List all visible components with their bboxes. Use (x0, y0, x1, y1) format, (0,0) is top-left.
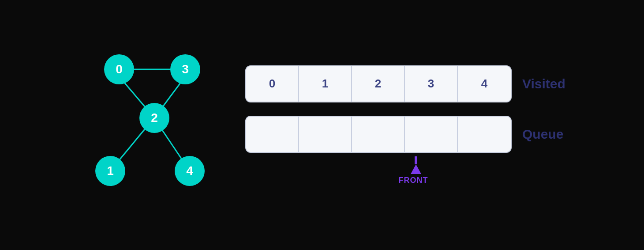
arrow-stem (415, 156, 417, 164)
queue-array (245, 116, 512, 153)
queue-cell-1 (299, 117, 352, 152)
visited-cell-1: 1 (299, 66, 352, 102)
queue-label: Queue (522, 127, 566, 142)
visited-cell-3: 3 (405, 66, 458, 102)
visited-array: 0 1 2 3 4 (245, 65, 512, 102)
front-indicator: FRONT (266, 156, 566, 185)
graph-area: 0 3 2 1 4 (78, 45, 219, 205)
node-1: 1 (95, 156, 125, 186)
node-4: 4 (175, 156, 205, 186)
right-panel: 0 1 2 3 4 Visited Queue (245, 65, 566, 185)
queue-cell-2 (352, 117, 405, 152)
queue-cell-4 (458, 117, 511, 152)
node-3: 3 (170, 54, 200, 84)
visited-row: 0 1 2 3 4 Visited (245, 65, 566, 102)
visited-cell-2: 2 (352, 66, 405, 102)
front-label: FRONT (399, 176, 428, 185)
visited-label: Visited (522, 76, 566, 91)
node-2: 2 (139, 103, 169, 133)
visited-cell-0: 0 (246, 66, 299, 102)
main-container: 0 3 2 1 4 0 1 2 3 4 Visited (78, 45, 566, 205)
queue-cell-3 (405, 117, 458, 152)
arrow-up-icon (411, 164, 421, 174)
visited-cell-4: 4 (458, 66, 511, 102)
node-0: 0 (104, 54, 134, 84)
queue-section: Queue FRONT (245, 116, 566, 185)
queue-row: Queue (245, 116, 566, 153)
queue-cell-0 (246, 117, 299, 152)
